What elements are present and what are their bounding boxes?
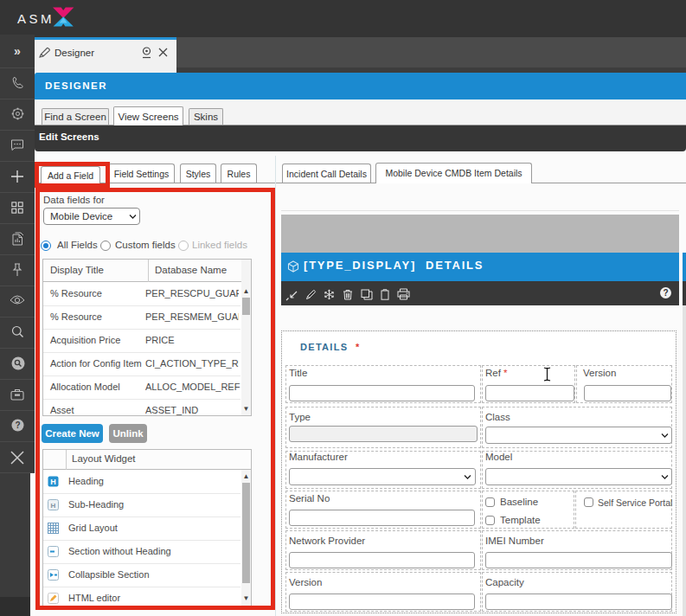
svg-text:?: ?: [15, 420, 20, 430]
